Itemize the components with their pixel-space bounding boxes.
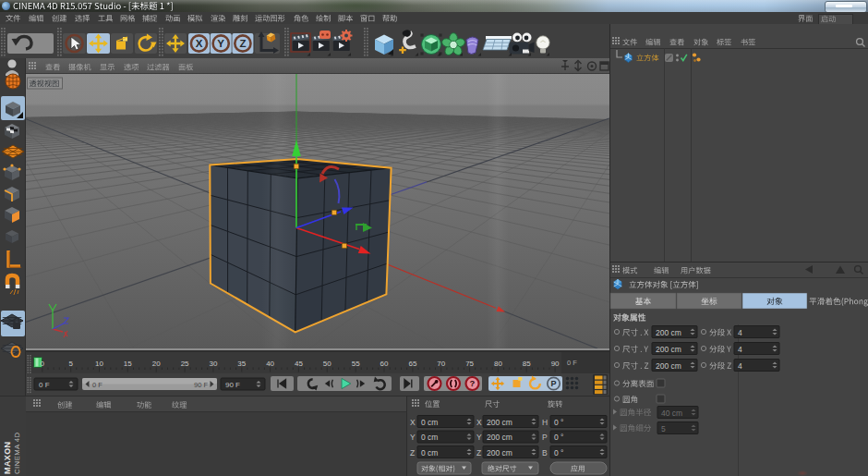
- svg-text:60: 60: [380, 360, 389, 368]
- svg-text:200 cm: 200 cm: [487, 418, 512, 427]
- svg-text:90 F: 90 F: [225, 381, 240, 389]
- svg-text:Y: Y: [476, 433, 482, 442]
- svg-text:200 cm: 200 cm: [487, 433, 512, 442]
- svg-text:65: 65: [408, 360, 416, 368]
- svg-text:Z: Z: [476, 448, 481, 458]
- svg-text:X: X: [476, 418, 482, 427]
- svg-text:0 °: 0 °: [554, 418, 564, 427]
- svg-text:0 F: 0 F: [92, 381, 102, 389]
- svg-text:4: 4: [738, 361, 742, 371]
- svg-text:90 F: 90 F: [194, 381, 208, 389]
- svg-text:40 cm: 40 cm: [661, 409, 682, 418]
- svg-text:0 cm: 0 cm: [421, 448, 438, 458]
- svg-text:4: 4: [738, 345, 742, 354]
- svg-text:45: 45: [295, 360, 303, 368]
- svg-text:0 F: 0 F: [567, 359, 577, 367]
- svg-text:35: 35: [237, 360, 246, 368]
- svg-text:B: B: [542, 448, 548, 458]
- svg-text:?: ?: [470, 378, 476, 388]
- svg-text:10: 10: [95, 360, 103, 368]
- svg-text:75: 75: [465, 360, 474, 368]
- svg-text:0 F: 0 F: [39, 381, 50, 389]
- svg-text:40: 40: [266, 360, 274, 368]
- svg-text:55: 55: [352, 360, 360, 368]
- svg-text:30: 30: [209, 360, 217, 368]
- svg-text:15: 15: [124, 360, 132, 368]
- svg-text:20: 20: [152, 360, 161, 368]
- svg-text:0 cm: 0 cm: [421, 418, 438, 427]
- svg-text:200 cm: 200 cm: [656, 361, 681, 371]
- svg-text:0 °: 0 °: [554, 433, 564, 442]
- svg-text:Z: Z: [410, 448, 415, 458]
- svg-text:5: 5: [68, 360, 73, 368]
- svg-text:200 cm: 200 cm: [656, 328, 681, 337]
- svg-text:P: P: [550, 379, 556, 388]
- svg-text:25: 25: [181, 360, 189, 368]
- svg-text:X: X: [410, 418, 416, 427]
- svg-text:0 cm: 0 cm: [421, 433, 438, 442]
- svg-text:90: 90: [551, 360, 560, 368]
- svg-text:P: P: [542, 433, 548, 442]
- svg-text:200 cm: 200 cm: [487, 448, 512, 458]
- svg-text:4: 4: [738, 328, 742, 337]
- svg-text:50: 50: [323, 360, 332, 368]
- svg-text:0 °: 0 °: [554, 448, 564, 458]
- svg-text:70: 70: [437, 360, 445, 368]
- svg-text:Y: Y: [217, 38, 224, 49]
- svg-text:H: H: [542, 418, 548, 427]
- svg-text:200 cm: 200 cm: [656, 345, 681, 354]
- svg-text:Z: Z: [239, 38, 246, 49]
- svg-text:X: X: [196, 38, 203, 49]
- svg-text:Y: Y: [410, 433, 416, 442]
- svg-text:0: 0: [41, 360, 45, 368]
- svg-text:85: 85: [523, 360, 531, 368]
- svg-text:80: 80: [494, 360, 502, 368]
- svg-text:5: 5: [661, 424, 666, 433]
